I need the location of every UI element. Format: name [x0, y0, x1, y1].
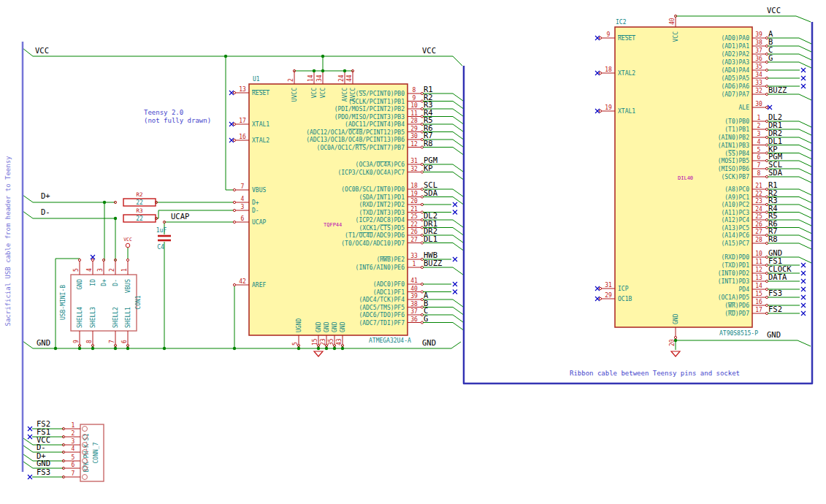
resistor-r3[interactable]: R322	[123, 207, 156, 222]
pin-number: 19	[410, 191, 418, 197]
pin-number: 6	[241, 215, 245, 222]
noconnect-x-icon	[801, 295, 806, 299]
pin-number: 1	[121, 268, 128, 272]
net-label[interactable]: G	[768, 53, 773, 62]
pin-number: 39	[755, 31, 762, 38]
net-label[interactable]: KP	[424, 164, 433, 172]
wire[interactable]	[423, 299, 463, 307]
net-label[interactable]: R8	[424, 139, 433, 148]
wire[interactable]	[768, 54, 811, 60]
usb-connector[interactable]: CON1USB-MINI-B5GND4ID3D+2D-1VBUS9SHELL48…	[60, 259, 142, 346]
pin-number: 18	[605, 66, 612, 73]
net-label[interactable]: GND	[767, 330, 781, 339]
pin-number: 36	[410, 316, 418, 323]
pin-end	[233, 123, 235, 125]
net-label[interactable]: D-	[37, 443, 46, 451]
pin-number: 28	[755, 237, 762, 243]
schematic-canvas[interactable]: U1ATMEGA32U4-ATQFP4413RESET17XTAL116XTAL…	[0, 0, 826, 504]
wire[interactable]	[676, 340, 811, 346]
wire[interactable]	[423, 267, 463, 275]
pin-name: (AD0)PA0	[721, 35, 749, 42]
net-label[interactable]: D-	[41, 207, 50, 216]
pin-number: 37	[755, 47, 762, 54]
pin-number: 8	[757, 170, 761, 177]
junction-dot	[325, 347, 328, 350]
net-label[interactable]: GND	[37, 338, 50, 347]
pin-end	[765, 106, 768, 108]
wire[interactable]	[423, 323, 463, 330]
net-label[interactable]: BUZZ	[424, 259, 442, 267]
net-label[interactable]: DL1	[424, 234, 437, 243]
net-label[interactable]: FS2	[768, 305, 782, 313]
resistor-r2[interactable]: R222	[123, 191, 156, 206]
pin-name: (AD5)PA5	[721, 75, 749, 82]
pin-number: 6	[121, 340, 128, 343]
pin-number: 6	[72, 462, 75, 468]
capacitor-c4[interactable]: 1uFC4	[156, 227, 171, 251]
wire[interactable]	[423, 315, 463, 322]
net-label[interactable]: BUZZ	[768, 85, 787, 94]
net-label[interactable]: SDA	[768, 168, 783, 177]
ic-u1[interactable]: U1ATMEGA32U4-ATQFP4413RESET17XTAL116XTAL…	[229, 71, 463, 347]
pin-number: 25	[410, 213, 418, 220]
net-label[interactable]: UCAP	[171, 212, 189, 221]
header-connector[interactable]: B7K-PH-K-S1CONN_71234567	[62, 422, 104, 481]
pin-name: D+	[252, 199, 259, 206]
wire[interactable]	[768, 38, 811, 44]
wire[interactable]	[23, 48, 462, 66]
pin-name: OC1B	[618, 296, 632, 302]
junction-dot	[341, 347, 344, 350]
wire[interactable]	[23, 195, 115, 202]
pin-name: GND	[673, 313, 679, 324]
net-label[interactable]: SDA	[424, 188, 438, 197]
net-label[interactable]: R8	[768, 234, 778, 243]
pin-name: SHELL3	[90, 307, 96, 328]
ic-ic2[interactable]: IC2AT90S8515-PDIL409RESET18XTAL219XTAL13…	[595, 15, 811, 346]
pin-number: 23	[320, 338, 326, 345]
net-label[interactable]: GND	[422, 338, 436, 347]
pin-name: SHELL4	[77, 307, 83, 328]
wire[interactable]	[156, 210, 234, 218]
wire[interactable]	[423, 308, 463, 315]
wire[interactable]	[768, 94, 811, 100]
pin-number: 7	[241, 183, 245, 190]
pin-number: 33	[755, 80, 762, 86]
noconnect-x-icon	[801, 311, 806, 316]
pin-name: VCC	[311, 88, 318, 99]
pin-number: 3	[241, 204, 245, 210]
wire[interactable]	[768, 46, 811, 52]
net-label[interactable]: D+	[41, 191, 50, 200]
wire[interactable]	[23, 211, 115, 218]
net-label[interactable]: FS3	[768, 289, 782, 297]
net-label[interactable]: GND	[37, 459, 50, 467]
net-label[interactable]: VCC	[35, 46, 49, 55]
junction-dot	[103, 201, 106, 204]
pin-name: (OC0A/OC1C/RTS/PCINT7)PB7	[317, 145, 405, 151]
wire[interactable]	[676, 16, 811, 22]
pin-number: 8	[413, 87, 416, 93]
wire[interactable]	[423, 243, 463, 251]
net-label[interactable]: DATA	[768, 272, 787, 281]
noconnect-x-icon	[28, 427, 32, 431]
junction-dot	[54, 347, 57, 350]
junction-dot	[674, 339, 677, 342]
net-label[interactable]: FS3	[37, 467, 50, 476]
wire[interactable]	[768, 62, 811, 68]
pin-number: 42	[239, 278, 246, 285]
pin-name: (RXD)PD0	[721, 254, 749, 261]
net-label[interactable]: VCC	[767, 6, 781, 15]
capacitor-reference: C4	[157, 244, 164, 251]
resistor-value: 22	[136, 215, 143, 222]
net-label[interactable]: G	[424, 314, 428, 323]
junction-dot	[321, 55, 324, 58]
net-label[interactable]: VCC	[422, 46, 436, 55]
pin-name: (INT0)PD2	[718, 270, 750, 277]
pin-name: RESET	[252, 90, 269, 96]
wire[interactable]	[423, 148, 463, 155]
pin-end	[91, 259, 93, 261]
connector-reference: CON1	[135, 295, 142, 309]
pin-number: 11	[755, 259, 762, 265]
pin-number: 44	[346, 75, 353, 82]
pin-name: (AD6)PA6	[721, 83, 749, 90]
wire[interactable]	[423, 172, 463, 180]
